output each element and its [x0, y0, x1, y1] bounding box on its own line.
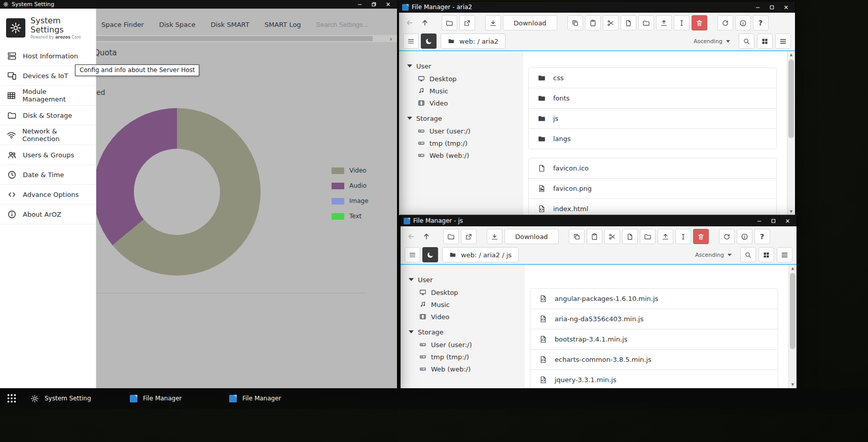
tree-section-user[interactable]: User [409, 273, 525, 286]
file-row-echarts[interactable]: echarts-common-3.8.5.min.js [530, 349, 778, 370]
paste-button[interactable] [585, 15, 601, 30]
scrollbar-thumb[interactable] [788, 59, 794, 138]
file-row-aria-ng[interactable]: aria-ng-da5356c403.min.js [530, 309, 778, 329]
cut-button[interactable] [604, 229, 620, 244]
tab-disk-smart[interactable]: Disk SMART [210, 21, 249, 28]
minimize-button[interactable] [353, 1, 366, 8]
cut-button[interactable] [603, 15, 619, 30]
file-row-index-html[interactable]: index.html [528, 198, 777, 215]
back-button[interactable] [403, 16, 416, 30]
minimize-button[interactable] [753, 217, 765, 225]
file-row-jquery[interactable]: jquery-3.3.1.min.js [530, 369, 778, 388]
tab-space-finder[interactable]: Space Finder [101, 21, 144, 28]
search-button[interactable] [740, 247, 756, 262]
close-button[interactable] [382, 1, 394, 8]
copy-button[interactable] [569, 229, 585, 244]
download-icon-button[interactable] [487, 229, 502, 244]
tree-section-storage[interactable]: Storage [409, 325, 525, 338]
up-button[interactable] [420, 229, 433, 244]
grid-view-button[interactable] [758, 247, 774, 262]
sidebar-item-module-management[interactable]: Module Management [0, 86, 96, 106]
refresh-button[interactable] [717, 15, 733, 30]
download-icon-button[interactable] [485, 15, 501, 30]
folder-row-fonts[interactable]: fonts [528, 88, 777, 109]
sort-order-dropdown[interactable]: Ascending [695, 252, 732, 258]
tree-item-drive-web[interactable]: Web (web:/) [407, 149, 523, 161]
taskbar-item-file-manager-1[interactable]: File Manager [130, 391, 222, 405]
open-folder-button[interactable] [443, 229, 459, 244]
file-row-angular[interactable]: angular-packages-1.6.10.min.js [530, 288, 778, 309]
open-in-new-window-button[interactable] [461, 229, 477, 244]
file-row-bootstrap[interactable]: bootstrap-3.4.1.min.js [530, 329, 778, 350]
back-button[interactable] [405, 229, 418, 244]
sidebar-item-users-groups[interactable]: Users & Groups [0, 145, 96, 165]
sidebar-item-host-information[interactable]: Host Information [0, 46, 96, 66]
download-button[interactable]: Download [504, 229, 559, 244]
tree-item-drive-tmp[interactable]: tmp (tmp:/) [409, 351, 525, 363]
copy-button[interactable] [567, 15, 583, 30]
download-button[interactable]: Download [503, 15, 557, 30]
close-button[interactable] [781, 217, 793, 225]
rename-button[interactable] [674, 15, 690, 30]
tree-item-drive-user[interactable]: User (user:/) [407, 125, 523, 137]
upload-button[interactable] [656, 15, 672, 30]
tree-item-drive-web[interactable]: Web (web:/) [409, 363, 525, 375]
search-button[interactable] [739, 33, 754, 49]
scroll-down-button[interactable]: ▼ [787, 208, 795, 215]
scroll-up-button[interactable]: ▲ [787, 51, 795, 58]
grid-view-button[interactable] [757, 33, 773, 49]
sidebar-item-advance-options[interactable]: Advance Options [0, 185, 96, 205]
file-row-favicon-ico[interactable]: favicon.ico [528, 158, 777, 179]
tree-item-music[interactable]: Music [409, 298, 525, 311]
scroll-down-button[interactable]: ▼ [789, 381, 797, 388]
taskbar-item-file-manager-2[interactable]: File Manager [229, 391, 321, 405]
refresh-button[interactable] [719, 229, 735, 244]
new-folder-button[interactable] [638, 15, 654, 30]
folder-row-css[interactable]: css [528, 67, 777, 88]
tree-item-desktop[interactable]: Desktop [407, 73, 523, 85]
new-folder-button[interactable] [640, 229, 656, 244]
menu-button[interactable] [405, 247, 420, 262]
up-button[interactable] [418, 16, 431, 30]
help-button[interactable]: ? [754, 229, 770, 244]
app-launcher-button[interactable] [0, 388, 23, 409]
tab-disk-space[interactable]: Disk Space [159, 21, 196, 28]
open-in-new-window-button[interactable] [459, 15, 475, 30]
sidebar-item-network-connection[interactable]: Network & Connection [0, 125, 96, 145]
tab-smart-log[interactable]: SMART Log [265, 21, 301, 28]
new-file-button[interactable] [621, 15, 636, 30]
scroll-up-button[interactable]: ▲ [789, 265, 797, 272]
maximize-button[interactable] [766, 4, 778, 11]
tree-item-desktop[interactable]: Desktop [409, 286, 525, 298]
maximize-button[interactable] [767, 217, 779, 225]
rename-button[interactable] [675, 229, 691, 244]
help-button[interactable]: ? [753, 15, 769, 30]
taskbar-item-system-setting[interactable]: System Setting [30, 391, 123, 405]
sort-order-dropdown[interactable]: Ascending [694, 38, 730, 45]
sidebar-item-disk-storage[interactable]: Disk & Storage [0, 106, 96, 125]
list-view-button[interactable] [775, 33, 791, 49]
tree-item-video[interactable]: Video [407, 97, 523, 109]
tree-item-drive-user[interactable]: User (user:/) [409, 338, 525, 351]
breadcrumb[interactable]: web: / aria2 [441, 33, 505, 49]
paste-button[interactable] [587, 229, 602, 244]
tree-section-user[interactable]: User [407, 59, 523, 73]
folder-row-langs[interactable]: langs [528, 128, 777, 149]
scroll-right-button[interactable]: › [386, 35, 396, 42]
sidebar-item-date-time[interactable]: Date & Time [0, 165, 96, 185]
folder-row-js[interactable]: js [528, 108, 777, 129]
theme-toggle-button[interactable] [422, 247, 438, 262]
properties-button[interactable] [735, 15, 751, 30]
tree-item-drive-tmp[interactable]: tmp (tmp:/) [407, 137, 523, 149]
upload-button[interactable] [658, 229, 673, 244]
minimize-button[interactable] [751, 4, 764, 11]
scrollbar-thumb[interactable] [790, 273, 795, 349]
open-folder-button[interactable] [442, 15, 457, 30]
breadcrumb[interactable]: web: / aria2 / js [442, 247, 519, 262]
sidebar-item-about-aroz[interactable]: About ArOZ [0, 205, 96, 224]
new-file-button[interactable] [622, 229, 638, 244]
restore-button[interactable] [368, 1, 380, 8]
menu-button[interactable] [403, 33, 419, 49]
tree-item-music[interactable]: Music [407, 85, 523, 97]
scrollbar-thumb[interactable] [96, 36, 373, 41]
